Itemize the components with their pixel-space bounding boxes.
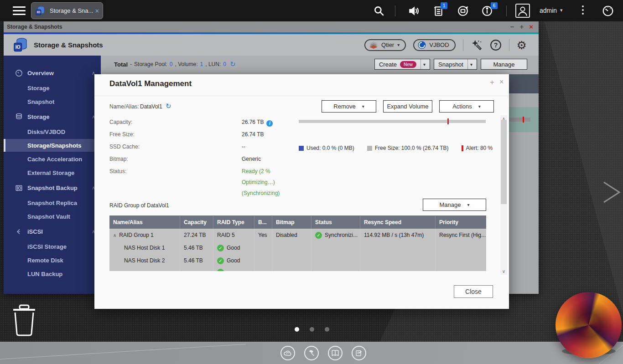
sidebar-item-overview-storage[interactable]: Storage	[4, 82, 101, 94]
sidebar-item-label: Storage/Snapshots	[27, 142, 81, 149]
remove-button[interactable]: Remove ▾	[322, 100, 376, 113]
manage-button[interactable]: Manage	[481, 59, 527, 70]
expand-volume-label: Expand Volume	[387, 103, 428, 110]
snapshot-caret-icon: ▾	[470, 62, 472, 67]
col-b[interactable]: B...	[254, 215, 272, 229]
dialog-scrollbar[interactable]: ∧ ∨	[500, 115, 507, 275]
sidebar-item-external-storage[interactable]: External Storage	[4, 166, 101, 179]
minimize-icon[interactable]: −	[510, 22, 514, 32]
window-titlebar[interactable]: Storage & Snapshots − + ×	[4, 21, 539, 32]
free-swatch	[367, 146, 372, 151]
snapshot-button[interactable]: Snapshot ▾	[434, 59, 477, 70]
total-dash: -	[130, 61, 132, 67]
sidebar-section-storage[interactable]: Storage ∧	[4, 110, 101, 123]
dashboard-icon[interactable]	[602, 5, 614, 17]
raid-manage-button[interactable]: Manage ▾	[423, 199, 486, 211]
qtier-icon	[369, 41, 378, 49]
sidebar-item-remote-disk[interactable]: Remote Disk	[4, 254, 101, 267]
rename-refresh-icon[interactable]: ↻	[166, 102, 171, 110]
sidebar-item-snapshot-vault[interactable]: Snapshot Vault	[4, 210, 101, 223]
tools-icon[interactable]	[304, 346, 319, 360]
table-row-nas-host-disk-1[interactable]: NAS Host Disk 1 5.46 TB ✓ Good	[109, 241, 486, 254]
maximize-icon[interactable]: +	[519, 22, 524, 32]
sidebar-item-overview-snapshot[interactable]: Snapshot	[4, 95, 101, 108]
page-dot-1[interactable]	[295, 327, 299, 332]
close-button[interactable]: Close	[454, 285, 493, 298]
page-dot-3[interactable]	[325, 327, 329, 332]
datavol1-management-dialog: DataVol1 Management + × Name/Alias: Data…	[94, 74, 509, 309]
sidebar-section-snapshot-backup[interactable]: Snapshot Backup ∧	[4, 181, 101, 195]
scroll-down-icon[interactable]: ∨	[500, 269, 507, 274]
sidebar-item-snapshot-replica[interactable]: Snapshot Replica	[4, 196, 101, 209]
sidebar-item-disks-vjbod[interactable]: Disks/VJBOD	[4, 125, 101, 138]
ssd-cache-value: --	[242, 144, 245, 150]
search-icon[interactable]	[373, 5, 385, 17]
free-size-label: Free Size:	[109, 131, 135, 138]
page-title: Storage & Snapshots	[34, 41, 103, 49]
sidebar-section-iscsi[interactable]: iSCSI ∧	[4, 225, 101, 238]
qtier-button[interactable]: Qtier ▾	[364, 39, 406, 51]
sidebar-item-iscsi-storage[interactable]: iSCSI Storage	[4, 240, 101, 253]
cloud-icon[interactable]	[280, 346, 295, 360]
app-tab-storage-snapshots[interactable]: IO Storage & Sna... ×	[31, 2, 103, 19]
sidebar-section-overview[interactable]: Overview ∧	[4, 66, 101, 80]
col-resync-speed[interactable]: Resync Speed	[360, 215, 436, 229]
snapshot-label: Snapshot	[438, 61, 463, 68]
notes-icon[interactable]	[352, 346, 366, 360]
expand-volume-button[interactable]: Expand Volume	[383, 100, 432, 113]
volume-icon[interactable]	[408, 5, 420, 17]
capacity-label: Capacity:	[109, 119, 132, 125]
tab-close-icon[interactable]: ×	[95, 7, 99, 15]
iscsi-icon	[15, 228, 23, 236]
col-status[interactable]: Status	[312, 215, 360, 229]
create-button[interactable]: Create New ▾	[374, 59, 430, 70]
col-bitmap[interactable]: Bitmap	[272, 215, 312, 229]
topbar-separator	[395, 5, 395, 16]
svg-text:IO: IO	[16, 44, 21, 49]
dialog-close-icon[interactable]: ×	[499, 78, 504, 86]
create-label: Create	[379, 61, 397, 68]
actions-button[interactable]: Actions ▾	[439, 100, 494, 113]
qtier-caret-icon: ▾	[397, 42, 400, 47]
col-raid-type[interactable]: RAID Type	[213, 215, 254, 229]
settings-gear-icon[interactable]: ⚙	[517, 39, 527, 51]
col-name-alias[interactable]: Name/Alias	[109, 215, 180, 229]
sidebar-item-storage-snapshots[interactable]: Storage/Snapshots	[4, 139, 101, 152]
user-avatar[interactable]	[515, 4, 530, 18]
more-options-icon[interactable]	[581, 5, 585, 16]
cell-capacity: 27.24 TB	[180, 229, 213, 241]
sidebar-item-label: Snapshot Replica	[27, 200, 77, 206]
table-row-raid-group-1[interactable]: ∧ RAID Group 1 27.24 TB RAID 5 Yes Disab…	[109, 229, 486, 241]
top-bar: IO Storage & Sna... × 1 6 admin	[0, 0, 623, 21]
refresh-icon[interactable]: ↻	[230, 60, 236, 68]
help-icon[interactable]: ?	[490, 39, 502, 51]
sidebar-item-cache-acceleration[interactable]: Cache Acceleration	[4, 153, 101, 165]
header-separator	[463, 39, 463, 51]
vjbod-label: VJBOD	[429, 41, 449, 48]
admin-menu[interactable]: admin	[540, 7, 557, 14]
scrollbar-thumb[interactable]	[501, 120, 507, 204]
next-page-chevron-icon[interactable]	[601, 180, 622, 204]
background-table-fragment	[509, 93, 539, 107]
recycle-bin-icon[interactable]	[11, 304, 37, 337]
recommendations-icon[interactable]	[471, 39, 483, 51]
page-dot-2[interactable]	[310, 327, 314, 332]
vjbod-button[interactable]: VJBOD	[413, 39, 455, 51]
table-row-nas-host-disk-2[interactable]: NAS Host Disk 2 5.46 TB ✓ Good	[109, 254, 486, 267]
dialog-detach-icon[interactable]: +	[490, 78, 494, 87]
status-value-line1: Ready (2 %	[242, 168, 270, 174]
pool-label: Storage Pool:	[134, 61, 167, 67]
col-capacity[interactable]: Capacity	[180, 215, 213, 229]
manual-book-icon[interactable]	[328, 346, 343, 360]
capacity-info-icon[interactable]: i	[266, 120, 273, 127]
main-menu-icon[interactable]	[13, 6, 26, 15]
window-close-icon[interactable]: ×	[529, 22, 533, 32]
external-device-icon[interactable]	[457, 5, 469, 17]
total-label: Total	[114, 61, 128, 68]
col-priority[interactable]: Priority	[436, 215, 486, 229]
sidebar-item-lun-backup[interactable]: LUN Backup	[4, 267, 101, 280]
admin-caret-icon[interactable]: ▾	[560, 7, 563, 13]
remove-label: Remove	[333, 103, 355, 110]
row-collapse-icon[interactable]: ∧	[113, 233, 116, 238]
name-alias-value: DataVol1	[140, 103, 162, 110]
